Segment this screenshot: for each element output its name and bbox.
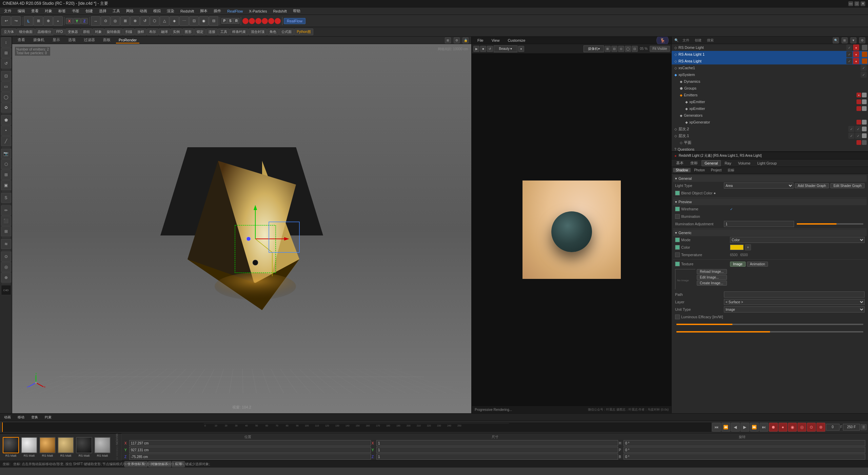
scene-item-generators[interactable]: ◆ Generators (672, 112, 868, 119)
tb2-cap[interactable]: 混合封顶 (249, 28, 267, 35)
y-size-input[interactable] (376, 447, 618, 453)
props-tab-basic[interactable]: 基本 (673, 159, 687, 167)
scene-vis[interactable]: ✓ (848, 133, 854, 139)
scene-vis-btn[interactable]: ✓ (861, 72, 867, 78)
reload-image-btn[interactable]: Reload Image... (697, 269, 727, 274)
props-subtab-shadow[interactable]: Shadow (673, 168, 691, 172)
x-axis-btn[interactable]: X (66, 18, 73, 24)
render-dot6[interactable] (275, 18, 281, 24)
minimize-btn[interactable]: — (848, 1, 853, 6)
left-tool-texture[interactable]: ⬛ (1, 216, 11, 226)
prop-illumination-cb[interactable] (675, 214, 680, 219)
scene-item-dynamics[interactable]: ◆ Dynamics (672, 78, 868, 85)
vp-expand-btn[interactable]: ⊞ (445, 37, 451, 43)
tb2-spline[interactable]: 样条约束 (230, 28, 248, 35)
menu-object[interactable]: 对象 (42, 8, 55, 14)
tool5[interactable]: ⊗ (130, 16, 140, 26)
vp-settings-btn[interactable]: ⚙ (454, 37, 460, 43)
prop-temp-cb[interactable] (675, 252, 680, 257)
scene-settings-btn[interactable]: ⚙ (859, 37, 865, 43)
scene-item-plane[interactable]: ◇ 平面 (672, 139, 868, 146)
record-btn[interactable]: ⏺ (769, 423, 778, 432)
menu-tool[interactable]: 工具 (110, 8, 123, 14)
render-dot3[interactable] (255, 18, 261, 24)
window-controls[interactable]: — □ ✕ (848, 1, 865, 6)
scene-item-xpemitter1[interactable]: ◆ xpEmitter (672, 98, 868, 105)
left-tool-persp[interactable]: ⬡ (1, 159, 11, 169)
rs-play-btn[interactable]: ▶ (473, 46, 479, 52)
edit-shader-graph-btn[interactable]: Edit Shader Graph (830, 183, 865, 188)
tb2-deform[interactable]: 变换器 (65, 28, 80, 35)
snap-btn[interactable]: ⊞ (34, 16, 43, 26)
scene-vis2[interactable]: ✓ (855, 133, 861, 139)
play-last-btn[interactable]: ⏭ (760, 423, 768, 432)
left-tool-paint[interactable]: ✏ (1, 205, 11, 215)
menu-select[interactable]: 选择 (96, 8, 109, 14)
left-tool-grid[interactable]: ⊞ (1, 226, 11, 236)
rs-refresh-btn[interactable]: ↺ (487, 46, 493, 52)
live-btn[interactable]: L (24, 16, 33, 26)
menu-plugin[interactable]: 插件 (211, 8, 224, 14)
material-dark[interactable]: RS Matt (3, 437, 19, 457)
s-btn[interactable]: S (228, 18, 233, 24)
vp-tab-filter[interactable]: 过滤器 (81, 37, 98, 44)
current-frame-input[interactable] (826, 424, 840, 431)
props-tab-coord[interactable]: 坐标 (687, 159, 701, 167)
prop-lighttype-select[interactable]: Area Spot Point (724, 183, 793, 189)
left-tool-circle[interactable]: ◯ (1, 92, 11, 102)
scene-item-emitters[interactable]: ◆ Emitters ● (672, 92, 868, 98)
rs-view-menu[interactable]: View (489, 38, 502, 43)
create-image-btn[interactable]: Create Image... (697, 281, 727, 286)
props-tab-volume[interactable]: Volume (735, 160, 754, 166)
menu-anim[interactable]: 动画 (137, 8, 150, 14)
left-tool-magnet[interactable]: ⊙ (1, 251, 11, 262)
vp-tab-panel[interactable]: 面板 (100, 37, 113, 44)
tool12[interactable]: ◉ (199, 16, 209, 26)
prop-color-swatch[interactable] (730, 245, 744, 250)
scene-item-questions[interactable]: ? Questions (672, 146, 868, 151)
prop-mode-cb[interactable] (675, 238, 680, 242)
rs-layout1[interactable]: ⊞ (605, 46, 611, 52)
rs-layout2[interactable]: ⊟ (611, 46, 617, 52)
tool2[interactable]: ⊙ (101, 16, 110, 26)
tb2-cube[interactable]: 立方体 (1, 28, 16, 35)
prop-color-cb[interactable] (675, 245, 680, 250)
timeline-ruler[interactable]: 0 10 20 30 40 50 60 70 80 90 100 110 120… (1, 422, 711, 432)
rs-customize-menu[interactable]: Customize (505, 38, 528, 43)
prop-texture-cb[interactable] (675, 262, 680, 266)
scene-vis-btn[interactable]: ✓ (861, 65, 867, 71)
props-subtab-photon[interactable]: Photon (691, 168, 708, 172)
play-ffwd-btn[interactable]: ⏩ (750, 423, 759, 432)
scene-render-btn[interactable]: ● (853, 58, 859, 64)
left-tool-free[interactable]: ✿ (1, 102, 11, 113)
menu-redshift2[interactable]: Redshift (270, 8, 289, 14)
anim-tab-anim[interactable]: 动画 (1, 414, 14, 420)
prop-texture-preview[interactable]: No Image (675, 269, 695, 289)
add-btn[interactable]: + (53, 16, 63, 26)
menu-mesh[interactable]: 网格 (123, 8, 136, 14)
tb2-formula[interactable]: 公式面 (279, 28, 294, 35)
scene-item-rsarea2[interactable]: ◇ RS Area Light ✓ ● (672, 58, 868, 64)
rs-layout5[interactable]: ⊡ (632, 46, 638, 52)
scene-item-hier2[interactable]: ◇ 层次.2 ✓ ✓ (672, 126, 868, 132)
vp-tab-view[interactable]: 查看 (15, 37, 28, 44)
rec-btn6[interactable]: ⊗ (816, 423, 825, 432)
redo-btn[interactable]: ↪ (11, 16, 21, 26)
tb2-sweep[interactable]: 扫描 (123, 28, 135, 35)
prop-lumeff-cb[interactable] (675, 315, 680, 319)
left-tool-noise[interactable]: ≋ (1, 239, 11, 249)
menu-bookmark[interactable]: 书签 (69, 8, 82, 14)
props-generic-section[interactable]: ▾ Generic (673, 229, 867, 236)
z-pos-input[interactable] (129, 454, 371, 460)
tb2-lock[interactable]: 锁定 (194, 28, 206, 35)
b-rot-input[interactable] (624, 454, 865, 460)
tb2-loft[interactable]: 放样 (135, 28, 146, 35)
prop-unittype-select[interactable]: Image (724, 306, 865, 312)
menu-sim[interactable]: 模拟 (151, 8, 163, 14)
close-btn[interactable]: ✕ (861, 1, 865, 6)
props-tab-general[interactable]: General (702, 160, 721, 166)
menu-view[interactable]: 查看 (28, 8, 41, 14)
tool4[interactable]: ⊞ (120, 16, 130, 26)
menu-create[interactable]: 创建 (83, 8, 96, 14)
viewport-main[interactable]: Number of emitters: 2 Total live particl… (12, 44, 471, 413)
